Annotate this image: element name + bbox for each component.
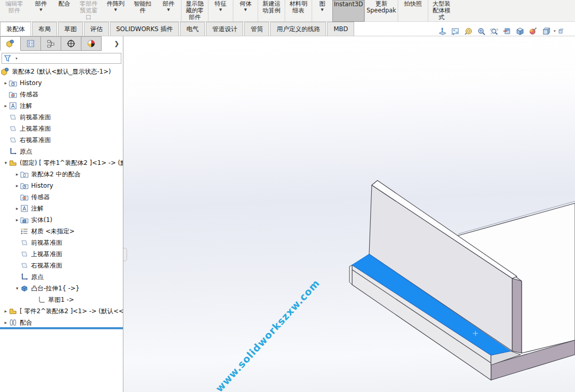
tree-collapsed-arrow-icon[interactable]: ▸ — [3, 104, 9, 108]
display-style-icon[interactable] — [514, 25, 526, 36]
tree-collapsed-arrow-icon[interactable]: ▸ — [14, 184, 20, 188]
tree-item[interactable]: 草图1 -> — [0, 294, 123, 305]
tree-item[interactable]: ▸装配体2 中的配合 — [0, 169, 123, 180]
filter-caret-icon[interactable]: ▾ — [16, 57, 18, 61]
ribbon-button-update-speedpak[interactable]: 更新Speedpak — [364, 0, 398, 22]
tree-item[interactable]: ▸配合 — [0, 317, 123, 328]
normal-to-icon[interactable] — [437, 25, 448, 36]
tree-item[interactable]: ▾(固定) [ 零件1^装配体2 ]<1> -> (默 — [0, 157, 123, 169]
tree-item[interactable]: 材质 <未指定> — [0, 226, 123, 237]
tree-collapsed-arrow-icon[interactable]: ▸ — [3, 320, 9, 325]
ribbon-button-show-hidden-components[interactable]: 显示隐藏的零部件 — [181, 0, 208, 22]
tab-layout[interactable]: 布局 — [32, 22, 57, 36]
tree-item[interactable]: ▸History — [0, 77, 123, 89]
tree-item[interactable]: ▸A注解 — [0, 203, 123, 214]
tree-collapsed-arrow-icon[interactable]: ▸ — [3, 309, 9, 314]
tree-item[interactable]: 原点 — [0, 146, 123, 157]
tree-collapsed-arrow-icon[interactable]: ▸ — [14, 218, 20, 222]
section-view-icon[interactable] — [501, 25, 513, 36]
tab-piping[interactable]: 管道设计 — [206, 22, 243, 36]
tab-evaluate[interactable]: 评估 — [84, 22, 109, 36]
ribbon-button-mate[interactable]: 配合 — [53, 0, 75, 22]
panel-tab-displaymanager[interactable] — [81, 36, 102, 51]
tree-item[interactable]: ▸A注解 — [0, 100, 123, 111]
ribbon: 编辑零部件部件▼配合零部件预览窗口件阵列▼智能扣件部件▼显示隐藏的零部件特征▼何… — [0, 0, 575, 22]
ribbon-button-instant3d[interactable]: Instant3D — [332, 0, 364, 22]
previous-view-icon[interactable] — [450, 25, 461, 36]
tab-mbd[interactable]: MBD — [327, 22, 354, 36]
wall-end-face[interactable] — [512, 278, 522, 353]
tree-item[interactable]: 右视基准面 — [0, 260, 123, 271]
panel-splitter[interactable] — [0, 327, 123, 329]
graphics-viewport[interactable]: www.solidworkszxw.com — [123, 36, 575, 392]
tree-item[interactable]: ▸[ 零件2^装配体2 ]<1> -> (默认<< — [0, 305, 123, 317]
measure-icon[interactable] — [462, 25, 474, 36]
tree-item[interactable]: 原点 — [0, 271, 123, 283]
tab-sketch[interactable]: 草图 — [58, 22, 83, 36]
mates-icon — [9, 318, 17, 327]
tab-solidworks-addins[interactable]: SOLIDWORKS 插件 — [110, 22, 179, 36]
tree-item[interactable]: 前视基准面 — [0, 237, 123, 248]
tree-item[interactable]: ▾凸台-拉伸1{ ->} — [0, 283, 123, 294]
svg-text:A: A — [11, 103, 15, 109]
dropdown-caret-icon[interactable]: ▼ — [244, 8, 247, 12]
tree-item[interactable]: 上视基准面 — [0, 248, 123, 260]
tree-item-label: History — [31, 182, 53, 189]
dropdown-caret-icon[interactable]: ▼ — [39, 8, 42, 12]
tree-collapsed-arrow-icon[interactable]: ▸ — [14, 206, 20, 211]
tree-expanded-arrow-icon[interactable]: ▾ — [3, 161, 9, 165]
hide-show-items-icon[interactable] — [558, 25, 564, 36]
panel-tab-configurationmanager[interactable] — [40, 36, 61, 51]
tree-item[interactable]: ▸History — [0, 180, 123, 191]
flange-left-end-face[interactable] — [349, 265, 352, 285]
tree-expanded-arrow-icon[interactable]: ▾ — [14, 286, 20, 291]
ribbon-button-large-assembly-mode[interactable]: 大型装配体模式 — [428, 0, 455, 22]
panel-collapse-handle[interactable] — [123, 248, 127, 261]
tree-item[interactable]: ▸实体(1) — [0, 214, 123, 226]
tree-item[interactable]: 前视基准面 — [0, 111, 123, 123]
tree-item-label: 配合 — [20, 318, 32, 327]
ribbon-button-label: Speedpak — [367, 7, 396, 14]
view-orientation-caret-icon[interactable]: ▾ — [554, 29, 556, 33]
ribbon-button-exploded-view[interactable]: 图▼ — [312, 0, 332, 22]
panel-tab-dimxpert[interactable] — [61, 36, 81, 51]
tree-collapsed-arrow-icon[interactable]: ▸ — [3, 81, 9, 86]
dropdown-caret-icon[interactable]: ▼ — [219, 8, 222, 12]
ribbon-button-new-motion-study[interactable]: 新建运动算例 — [258, 0, 285, 22]
dropdown-caret-icon[interactable]: ▼ — [321, 8, 324, 12]
ribbon-button-label: 部件 — [8, 7, 20, 14]
dropdown-caret-icon[interactable]: ▼ — [167, 8, 170, 12]
zoom-to-fit-icon[interactable] — [475, 25, 487, 36]
dropdown-caret-icon[interactable]: ▼ — [114, 8, 117, 12]
tree-filter[interactable]: ▾ — [2, 53, 121, 64]
panel-tab-featuremanager[interactable] — [0, 36, 21, 51]
ribbon-button-move-component[interactable]: 部件▼ — [156, 0, 181, 22]
tree-item[interactable]: 装配体2 (默认<默认_显示状态-1>) — [0, 66, 123, 77]
tab-assembly[interactable]: 装配体 — [0, 22, 31, 36]
ribbon-button-insert-component[interactable]: 部件▼ — [29, 0, 53, 22]
tree-item-label: 草图1 -> — [48, 296, 74, 304]
tree-item[interactable]: 传感器 — [0, 191, 123, 203]
tree-collapsed-arrow-icon[interactable]: ▸ — [14, 172, 20, 177]
ribbon-button-take-snapshot[interactable]: 拍快照 — [398, 0, 428, 22]
edit-appearance-icon[interactable] — [527, 25, 539, 36]
tree-item[interactable]: 右视基准面 — [0, 134, 123, 146]
view-orientation-icon[interactable] — [540, 25, 552, 36]
panel-tab-propertymanager[interactable] — [20, 36, 41, 51]
ribbon-button-bill-of-materials[interactable]: 材料明细表 — [285, 0, 312, 22]
filter-funnel-icon[interactable] — [4, 54, 12, 63]
tab-user-defined-routes[interactable]: 用户定义的线路 — [270, 22, 326, 36]
panel-tabs-expand-arrow[interactable]: ❯ — [110, 36, 123, 51]
ribbon-button-assembly-features[interactable]: 特征▼ — [208, 0, 233, 22]
tree-item-label: (固定) [ 零件1^装配体2 ]<1> -> (默 — [20, 159, 123, 167]
tab-tubing[interactable]: 管筒 — [244, 22, 269, 36]
tab-electrical[interactable]: 电气 — [180, 22, 205, 36]
svg-text:A: A — [23, 206, 26, 212]
tree-item[interactable]: 传感器 — [0, 89, 123, 100]
ribbon-button-linear-component-pattern[interactable]: 件阵列▼ — [102, 0, 129, 22]
tree-item[interactable]: 上视基准面 — [0, 123, 123, 134]
ribbon-button-reference-geometry[interactable]: 何体▼ — [233, 0, 258, 22]
ribbon-button-smart-fasteners[interactable]: 智能扣件 — [129, 0, 156, 22]
zoom-to-area-icon[interactable] — [488, 25, 500, 36]
watermark: www.solidworkszxw.com — [213, 277, 321, 392]
